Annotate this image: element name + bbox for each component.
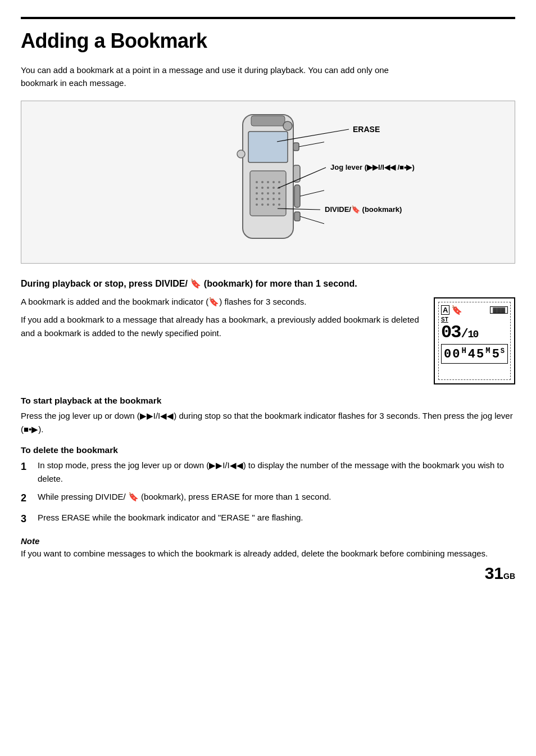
note-text: If you want to combine messages to which…: [21, 547, 515, 560]
lcd-a-icon: A: [441, 305, 449, 315]
section1-body2: If you add a bookmark to a message that …: [21, 313, 423, 340]
svg-point-27: [272, 198, 275, 200]
page-suffix: GB: [503, 572, 515, 581]
svg-point-33: [278, 203, 280, 206]
svg-rect-5: [293, 165, 300, 182]
divide-label: DIVIDE/🔖 (bookmark): [325, 205, 402, 214]
section3-list: 1 In stop mode, press the jog lever up o…: [21, 459, 515, 527]
svg-point-15: [261, 187, 264, 189]
svg-line-37: [300, 216, 324, 227]
svg-point-18: [278, 187, 280, 189]
page-title: Adding a Bookmark: [21, 29, 515, 53]
svg-rect-1: [251, 116, 285, 126]
lcd-time-display: 00H45M5S: [441, 344, 508, 364]
lcd-bookmark-icon: 🔖: [451, 305, 462, 315]
list-num-3: 3: [21, 511, 31, 527]
device-illustration: [212, 109, 324, 255]
svg-point-26: [267, 198, 269, 200]
note-section: Note If you want to combine messages to …: [21, 536, 515, 560]
list-num-1: 1: [21, 459, 31, 486]
svg-point-3: [283, 121, 292, 130]
svg-point-13: [278, 181, 280, 183]
svg-point-29: [256, 203, 258, 206]
svg-rect-34: [293, 143, 299, 151]
svg-line-36: [300, 188, 324, 196]
list-num-2: 2: [21, 490, 31, 506]
svg-point-24: [256, 198, 258, 200]
device-diagram: ERASE Jog lever (▶▶I/I◀◀ /■•▶) DIVIDE/🔖 …: [21, 101, 515, 264]
page-number: 31: [485, 564, 503, 583]
svg-point-32: [272, 203, 275, 206]
svg-point-20: [261, 192, 264, 194]
list-item: 3 Press ERASE while the bookmark indicat…: [21, 511, 515, 527]
svg-point-31: [267, 203, 269, 206]
svg-point-22: [272, 192, 275, 194]
svg-rect-7: [294, 212, 300, 221]
lcd-number-main: 03: [441, 324, 460, 342]
erase-label: ERASE: [353, 125, 380, 134]
section3-heading: To delete the bookmark: [21, 445, 515, 455]
svg-point-25: [261, 198, 264, 200]
lcd-battery: ▓▓▓: [490, 306, 508, 314]
svg-line-35: [299, 140, 324, 147]
svg-point-19: [256, 192, 258, 194]
svg-point-10: [261, 181, 264, 183]
lcd-divider: /: [461, 328, 467, 341]
section2-body: Press the jog lever up or down (▶▶I/I◀◀)…: [21, 409, 515, 436]
lcd-number-denom: 10: [468, 329, 478, 339]
lcd-s-label: S: [501, 347, 506, 355]
section1-heading: During playback or stop, press DIVIDE/ 🔖…: [21, 277, 515, 291]
list-item: 1 In stop mode, press the jog lever up o…: [21, 459, 515, 486]
svg-point-14: [256, 187, 258, 189]
svg-point-17: [272, 187, 275, 189]
svg-point-12: [272, 181, 275, 183]
list-item: 2 While pressing DIVIDE/ 🔖 (bookmark), p…: [21, 490, 515, 506]
list-text-2: While pressing DIVIDE/ 🔖 (bookmark), pre…: [38, 490, 331, 506]
jog-label: Jog lever (▶▶I/I◀◀ /■•▶): [330, 163, 415, 171]
section1-body1: A bookmark is added and the bookmark ind…: [21, 295, 423, 309]
svg-rect-2: [248, 132, 288, 162]
svg-point-21: [267, 192, 269, 194]
svg-point-23: [278, 192, 280, 194]
list-text-1: In stop mode, press the jog lever up or …: [38, 459, 515, 486]
lcd-display: A 🔖 ▓▓▓ ST 03 / 10: [434, 297, 515, 384]
svg-rect-6: [294, 185, 300, 207]
svg-point-9: [256, 181, 258, 183]
intro-paragraph: You can add a bookmark at a point in a m…: [21, 64, 414, 89]
page-number-area: 31GB: [485, 564, 515, 583]
list-text-3: Press ERASE while the bookmark indicator…: [38, 511, 303, 527]
note-label: Note: [21, 536, 515, 546]
section2-heading: To start playback at the bookmark: [21, 396, 515, 406]
svg-point-4: [237, 150, 245, 158]
svg-point-16: [267, 187, 269, 189]
lcd-h-label: H: [461, 346, 467, 355]
svg-point-11: [267, 181, 269, 183]
svg-point-30: [261, 203, 264, 206]
lcd-m-label: M: [485, 346, 491, 355]
svg-point-28: [278, 198, 280, 200]
